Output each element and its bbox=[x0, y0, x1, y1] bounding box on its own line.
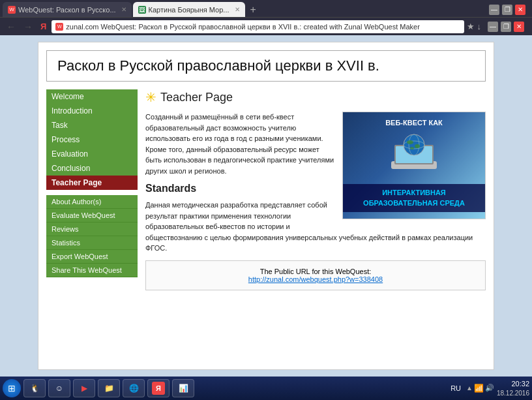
forward-button[interactable]: → bbox=[21, 20, 35, 33]
sidebar-item-evaluate[interactable]: Evaluate WebQuest bbox=[46, 209, 138, 223]
taskbar-item-yandex[interactable]: Я bbox=[147, 379, 170, 397]
address-icons: ★ ↓ bbox=[467, 22, 483, 31]
restore-button[interactable]: ❐ bbox=[502, 5, 512, 15]
sidebar-item-conclusion[interactable]: Conclusion bbox=[46, 161, 138, 176]
teacher-page-title-text: Teacher Page bbox=[160, 91, 233, 104]
back-button[interactable]: ← bbox=[4, 20, 18, 33]
sidebar-nav: Welcome Introduction Task Process Evalua… bbox=[46, 89, 138, 190]
globe-svg bbox=[385, 132, 443, 177]
tab1-label: WebQuest: Раскол в Русско... bbox=[18, 6, 116, 14]
clock-date: 18.12.2016 bbox=[497, 389, 529, 397]
taskbar-item-folder[interactable]: 📁 bbox=[98, 379, 120, 397]
browser-content: Раскол в Русской православной церкви в X… bbox=[0, 35, 532, 377]
address-favicon: W bbox=[55, 23, 63, 31]
tray-network-icon: 📶 bbox=[474, 384, 484, 393]
tab-bar: W WebQuest: Раскол в Русско... ✕ 🖼 Карти… bbox=[0, 0, 532, 17]
main-paragraph: Созданный и размещённый в сети веб-квест… bbox=[145, 112, 334, 176]
tray-arrow-icon[interactable]: ▲ bbox=[466, 384, 473, 392]
svg-point-8 bbox=[410, 147, 414, 149]
image-top-text: ВЕБ-КВЕСТ КАК bbox=[385, 119, 443, 127]
sidebar-item-share[interactable]: Share This WebQuest bbox=[46, 264, 138, 277]
svg-point-3 bbox=[404, 134, 424, 155]
clock-time: 20:32 bbox=[497, 379, 529, 388]
window-controls: — ❐ ✕ bbox=[489, 5, 529, 15]
tab2-close-icon[interactable]: ✕ bbox=[235, 6, 240, 13]
taskbar-item-slides[interactable]: 📊 bbox=[172, 379, 194, 397]
public-url-label: The Public URL for this WebQuest: bbox=[153, 268, 479, 275]
browser-window: W WebQuest: Раскол в Русско... ✕ 🖼 Карти… bbox=[0, 0, 532, 377]
sidebar-item-statistics[interactable]: Statistics bbox=[46, 236, 138, 250]
minimize-button[interactable]: — bbox=[489, 5, 499, 15]
content-area: Welcome Introduction Task Process Evalua… bbox=[38, 89, 494, 298]
sidebar-item-reviews[interactable]: Reviews bbox=[46, 223, 138, 236]
smiley-icon: ☺ bbox=[53, 382, 66, 395]
new-tab-button[interactable]: + bbox=[246, 4, 260, 16]
taskbar-item-linux[interactable]: 🐧 bbox=[23, 379, 46, 397]
sidebar-item-about-author[interactable]: About Author(s) bbox=[46, 195, 138, 209]
restore-button2[interactable]: ❐ bbox=[501, 22, 511, 32]
content-image: ВЕБ-КВЕСТ КАК bbox=[342, 112, 486, 219]
language-indicator[interactable]: RU bbox=[448, 383, 464, 393]
sidebar-item-welcome[interactable]: Welcome bbox=[46, 89, 138, 104]
svg-point-6 bbox=[407, 140, 413, 144]
sidebar-item-export[interactable]: Export WebQuest bbox=[46, 250, 138, 264]
tab2-label: Картина Боярыня Мор... bbox=[149, 6, 229, 14]
overlay-line2: ОБРАЗОВАТЕЛЬНАЯ СРЕДА bbox=[349, 198, 479, 208]
play-icon: ▶ bbox=[78, 382, 91, 395]
sidebar-item-task[interactable]: Task bbox=[46, 118, 138, 132]
sidebar-item-evaluation[interactable]: Evaluation bbox=[46, 147, 138, 161]
sidebar-item-process[interactable]: Process bbox=[46, 132, 138, 147]
close-button2[interactable]: ✕ bbox=[514, 22, 524, 32]
sidebar: Welcome Introduction Task Process Evalua… bbox=[46, 89, 138, 290]
minimize-button2[interactable]: — bbox=[488, 22, 498, 32]
teacher-star-icon: ✳ bbox=[145, 89, 156, 105]
yandex-icon: Я bbox=[152, 382, 165, 395]
public-url-link[interactable]: http://zunal.com/webquest.php?w=338408 bbox=[248, 275, 383, 283]
tab1-favicon: W bbox=[8, 6, 16, 14]
main-content: ✳ Teacher Page ВЕБ-КВЕСТ КАК bbox=[138, 89, 486, 290]
tray-icons: ▲ 📶 🔊 bbox=[466, 384, 494, 393]
slides-icon: 📊 bbox=[177, 382, 190, 395]
browser-icon: 🌐 bbox=[127, 382, 140, 395]
tab-kartina[interactable]: 🖼 Картина Боярыня Мор... ✕ bbox=[133, 2, 245, 17]
tab1-close-icon[interactable]: ✕ bbox=[121, 6, 126, 13]
tray-sound-icon[interactable]: 🔊 bbox=[485, 384, 494, 392]
sidebar-item-teacher-page[interactable]: Teacher Page bbox=[46, 176, 138, 190]
taskbar-item-play[interactable]: ▶ bbox=[73, 379, 95, 397]
teacher-page-heading: ✳ Teacher Page bbox=[145, 89, 486, 105]
taskbar-item-smiley[interactable]: ☺ bbox=[48, 379, 70, 397]
yandex-button[interactable]: Я bbox=[38, 20, 49, 33]
address-bar[interactable]: W zunal.com WebQuest: Раскол в Русской п… bbox=[52, 20, 464, 33]
start-button[interactable] bbox=[3, 379, 21, 397]
page-title: Раскол в Русской православной церкви в X… bbox=[46, 50, 486, 82]
taskbar: 🐧 ☺ ▶ 📁 🌐 Я 📊 RU ▲ 📶 🔊 20:32 18.12.2016 bbox=[0, 377, 532, 400]
close-button[interactable]: ✕ bbox=[515, 5, 525, 15]
webpage: Раскол в Русской православной церкви в X… bbox=[38, 42, 494, 370]
public-url-box: The Public URL for this WebQuest: http:/… bbox=[145, 260, 486, 290]
overlay-line1: ИНТЕРАКТИВНАЯ bbox=[349, 188, 479, 198]
sidebar-section2: About Author(s) Evaluate WebQuest Review… bbox=[46, 195, 138, 277]
taskbar-item-browser[interactable]: 🌐 bbox=[123, 379, 145, 397]
svg-point-7 bbox=[415, 144, 420, 148]
address-text: zunal.com WebQuest: Раскол в Русской пра… bbox=[66, 23, 419, 31]
folder-icon: 📁 bbox=[102, 382, 115, 395]
sidebar-item-introduction[interactable]: Introduction bbox=[46, 104, 138, 118]
window-controls-addr: — ❐ ✕ bbox=[488, 22, 528, 32]
tray-time: 20:32 18.12.2016 bbox=[497, 379, 529, 397]
taskbar-tray: RU ▲ 📶 🔊 20:32 18.12.2016 bbox=[448, 379, 529, 397]
tab2-favicon: 🖼 bbox=[138, 6, 146, 14]
bookmark-icon[interactable]: ★ bbox=[467, 22, 475, 31]
tab-webquest[interactable]: W WebQuest: Раскол в Русско... ✕ bbox=[3, 2, 132, 17]
download-icon[interactable]: ↓ bbox=[477, 22, 482, 31]
address-bar-row: ← → Я W zunal.com WebQuest: Раскол в Рус… bbox=[0, 17, 532, 35]
linux-icon: 🐧 bbox=[28, 382, 41, 395]
image-overlay-text: ИНТЕРАКТИВНАЯ ОБРАЗОВАТЕЛЬНАЯ СРЕДА bbox=[343, 184, 485, 212]
